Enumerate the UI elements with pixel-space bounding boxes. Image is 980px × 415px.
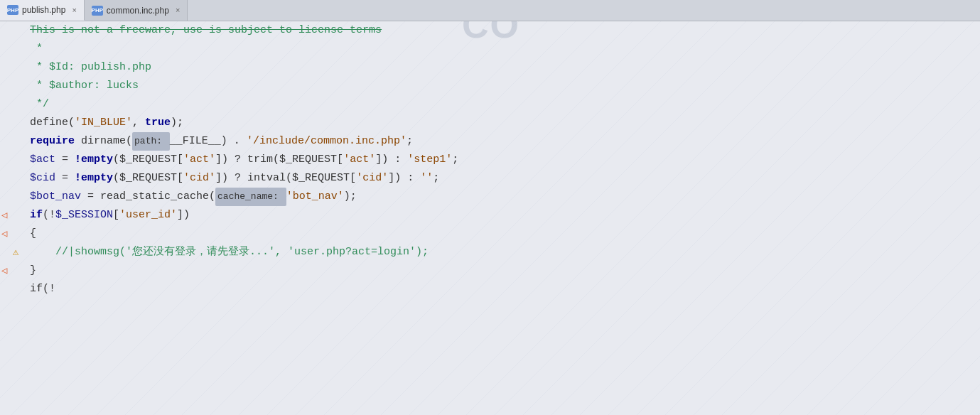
line8-c: !empty (75, 151, 113, 169)
line9-g: 'cid' (356, 169, 388, 188)
line13-a: //|showmsg('您还没有登录，请先登录...', 'user.php?a… (55, 243, 429, 262)
code-line-6: define('IN_BLUE', true); (30, 114, 973, 132)
code-line-14: } (30, 262, 973, 280)
ic-4 (9, 77, 23, 95)
line7-a: require (30, 132, 75, 151)
bm-14: ◁ (0, 262, 9, 280)
line7-e: ; (406, 132, 413, 151)
line11-e: 'user_id' (119, 206, 177, 225)
line11-c: $_SESSION (55, 206, 113, 225)
line10-c: 'bot_nav' (286, 188, 344, 206)
code-line-4: * $author: lucks (30, 77, 973, 95)
line10-b: = read_static_cache( (81, 188, 215, 206)
line11-b: (! (43, 206, 55, 225)
line8-j: ; (452, 151, 458, 169)
line8-d: ($_REQUEST[ (113, 151, 183, 169)
ic-15 (9, 280, 23, 298)
editor-container: PHP publish.php × PHP common.inc.php × ◁ (0, 0, 980, 415)
line1-text: This is not a freeware, use is subject t… (30, 21, 382, 40)
line8-a: $act (30, 151, 55, 169)
code-area: ◁ ◁ ◁ ⚠ This (0, 21, 980, 415)
line2-text: * (30, 40, 43, 58)
line15-a: if(! (30, 280, 55, 298)
line7-c: __FILE__) . (170, 132, 247, 151)
icon-col: ⚠ (9, 21, 23, 415)
line4-text: * $author: lucks (30, 77, 139, 95)
ic-7 (9, 132, 23, 151)
code-line-3: * $Id: publish.php (30, 58, 973, 77)
code-line-12: { (30, 225, 973, 243)
ic-8 (9, 151, 23, 169)
line9-h: ]) : (388, 169, 420, 188)
line6-a: define( (30, 114, 75, 132)
tab-common[interactable]: PHP common.inc.php × (85, 0, 188, 21)
line12-a: { (30, 225, 36, 243)
code-line-5: */ (30, 95, 973, 114)
bm-10 (0, 188, 9, 206)
tab-publish[interactable]: PHP publish.php × (0, 0, 85, 21)
line8-b: = (55, 151, 75, 169)
ic-14 (9, 262, 23, 280)
line9-i: '' (420, 169, 433, 188)
line11-a: if (30, 206, 43, 225)
line10-a: $bot_nav (30, 188, 81, 206)
code-line-10: $bot_nav = read_static_cache(cache_name:… (30, 188, 973, 206)
bm-3 (0, 58, 9, 77)
tab-common-label: common.inc.php (107, 6, 169, 16)
line10-d: ); (344, 188, 357, 206)
tab-common-close[interactable]: × (176, 6, 180, 14)
line7-d: '/include/common.inc.php' (247, 132, 406, 151)
bm-8 (0, 151, 9, 169)
line9-c: !empty (75, 169, 113, 188)
code-line-7: require dirname(path: __FILE__) . '/incl… (30, 132, 973, 151)
line9-f: ]) ? intval($_REQUEST[ (215, 169, 356, 188)
ic-2 (9, 40, 23, 58)
ic-11 (9, 206, 23, 225)
tab-bar: PHP publish.php × PHP common.inc.php × (0, 0, 980, 21)
line5-text: */ (30, 95, 49, 114)
bm-13 (0, 243, 9, 262)
line8-g: 'act' (343, 151, 375, 169)
bm-6 (0, 114, 9, 132)
line6-d: true (145, 114, 171, 132)
bracket-marker-col: ◁ ◁ ◁ (0, 21, 9, 415)
warning-icon: ⚠ (9, 243, 23, 262)
line9-d: ($_REQUEST[ (113, 169, 183, 188)
line3-text: * $Id: publish.php (30, 58, 151, 77)
line9-a: $cid (30, 169, 55, 188)
code-line-8: $act = !empty($_REQUEST['act']) ? trim($… (30, 151, 973, 169)
code-line-1: This is not a freeware, use is subject t… (30, 21, 973, 40)
line9-e: 'cid' (183, 169, 215, 188)
ic-3 (9, 58, 23, 77)
line14-a: } (30, 262, 36, 280)
bm-11: ◁ (0, 206, 9, 225)
bm-5 (0, 95, 9, 114)
line6-e: ); (171, 114, 183, 132)
code-line-13: //|showmsg('您还没有登录，请先登录...', 'user.php?a… (30, 243, 973, 262)
line6-b: 'IN_BLUE' (75, 114, 132, 132)
bm-9 (0, 169, 9, 188)
php-icon-publish: PHP (7, 5, 18, 15)
line11-f: ]) (177, 206, 190, 225)
bm-7 (0, 132, 9, 151)
bm-12: ◁ (0, 225, 9, 243)
code-line-11: if(!$_SESSION['user_id']) (30, 206, 973, 225)
line7-hint: path: (132, 132, 170, 151)
ic-1 (9, 21, 23, 40)
tab-publish-label: publish.php (22, 5, 65, 15)
line8-h: ]) : (375, 151, 407, 169)
line6-c: , (132, 114, 145, 132)
line7-b: dirname( (75, 132, 132, 151)
line8-e: 'act' (183, 151, 215, 169)
ic-9 (9, 169, 23, 188)
code-line-2: * (30, 40, 973, 58)
ic-6 (9, 114, 23, 132)
line13-indent (30, 243, 55, 262)
line8-i: 'step1' (407, 151, 452, 169)
bm-1 (0, 21, 9, 40)
ic-10 (9, 188, 23, 206)
tab-publish-close[interactable]: × (72, 6, 76, 14)
ic-5 (9, 95, 23, 114)
bm-2 (0, 40, 9, 58)
code-line-15: if(! (30, 280, 973, 298)
